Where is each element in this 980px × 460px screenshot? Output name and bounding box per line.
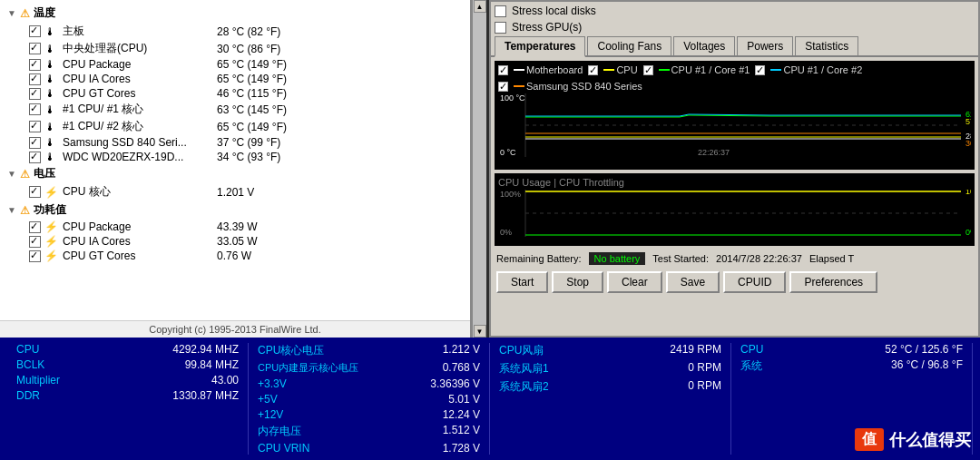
sensor-icon: 🌡 xyxy=(44,87,59,100)
12v-label: +12V xyxy=(258,408,330,421)
scroll-up-button[interactable]: ▲ xyxy=(474,0,486,13)
tab-powers[interactable]: Powers xyxy=(737,36,793,55)
mem-v-label: 内存电压 xyxy=(258,424,330,439)
watermark-text: 什么值得买 xyxy=(889,429,971,451)
svg-text:100%: 100% xyxy=(500,190,521,199)
list-item: 🌡 CPU Package 65 °C (149 °F) xyxy=(0,57,470,72)
checkbox-icon[interactable] xyxy=(29,121,41,132)
cpu-fan-value: 2419 RPM xyxy=(670,343,721,358)
ddr-value: 1330.87 MHZ xyxy=(172,389,239,402)
tab-voltages[interactable]: Voltages xyxy=(673,36,735,55)
cpuid-button[interactable]: CPUID xyxy=(723,271,786,293)
temperature-label: 温度 xyxy=(34,5,55,21)
cpu-usage-title: CPU Usage | CPU Throttling xyxy=(498,177,971,188)
core-v-value: 1.212 V xyxy=(443,343,480,358)
bottom-row: BCLK 99.84 MHZ xyxy=(16,358,239,371)
checkbox-icon[interactable] xyxy=(29,25,41,37)
core-v-label: CPU核心电压 xyxy=(258,343,330,358)
preferences-button[interactable]: Preferences xyxy=(789,271,877,293)
svg-text:100 °C: 100 °C xyxy=(500,93,525,103)
temperature-chart: Motherboard CPU CPU #1 / Core #1 CPU #1 … xyxy=(495,61,975,170)
checkbox-icon[interactable] xyxy=(29,250,41,262)
checkbox-icon[interactable] xyxy=(29,137,41,149)
clear-button[interactable]: Clear xyxy=(607,271,662,293)
scrollbar[interactable]: ▲ ▼ xyxy=(472,0,486,338)
list-item: ⚡ CPU IA Cores 33.05 W xyxy=(0,234,470,249)
tab-cooling-fans[interactable]: Cooling Fans xyxy=(587,36,671,55)
legend-item-core1: CPU #1 / Core #1 xyxy=(643,64,750,75)
tab-statistics[interactable]: Statistics xyxy=(795,36,858,55)
checkbox-icon[interactable] xyxy=(29,152,41,163)
checkbox-icon[interactable] xyxy=(29,43,41,54)
sensor-icon: 🌡 xyxy=(44,58,59,71)
copyright-bar: Copyright (c) 1995-2013 FinalWire Ltd. xyxy=(0,320,470,338)
test-started-label: Test Started: xyxy=(652,253,709,264)
expand-icon[interactable]: ▼ xyxy=(7,205,16,215)
multiplier-label: Multiplier xyxy=(16,374,89,387)
watermark-badge: 值 xyxy=(855,428,884,451)
cpu-temp-value: 52 °C / 125.6 °F xyxy=(885,343,963,356)
sensor-icon: 🌡 xyxy=(44,136,59,149)
bottom-row: CPU内建显示核心电压 0.768 V xyxy=(258,361,480,375)
bottom-row: +3.3V 3.36396 V xyxy=(258,377,480,390)
list-item: 🌡 CPU IA Cores 65 °C (149 °F) xyxy=(0,72,470,86)
info-row: Remaining Battery: No battery Test Start… xyxy=(491,250,978,268)
warning-icon: ⚠ xyxy=(20,204,30,217)
stress-gpu-checkbox[interactable] xyxy=(495,22,506,34)
svg-text:0%: 0% xyxy=(500,228,512,237)
checkbox-icon[interactable] xyxy=(29,59,41,71)
legend-item-cpu: CPU xyxy=(588,64,637,75)
list-item: 🌡 Samsung SSD 840 Seri... 37 °C (99 °F) xyxy=(0,135,470,150)
vrin-label: CPU VRIN xyxy=(258,442,330,455)
list-item: ⚡ CPU Package 43.39 W xyxy=(0,220,470,234)
sys-fan2-label: 系统风扇2 xyxy=(499,379,572,395)
cpu-label: CPU xyxy=(16,343,89,356)
stability-panel: Stress local disks Stress GPU(s) Tempera… xyxy=(489,0,980,338)
cpu-usage-chart: CPU Usage | CPU Throttling 100% 0% 100% … xyxy=(495,173,975,246)
list-item: ⚡ CPU 核心 1.201 V xyxy=(0,183,470,201)
checkbox-icon[interactable] xyxy=(29,88,41,100)
stop-button[interactable]: Stop xyxy=(552,271,603,293)
svg-text:30: 30 xyxy=(965,139,971,148)
mem-v-value: 1.512 V xyxy=(443,424,480,439)
checkbox-icon[interactable] xyxy=(29,236,41,248)
bottom-row: CPU核心电压 1.212 V xyxy=(258,343,480,358)
stress-gpu-label: Stress GPU(s) xyxy=(512,21,582,34)
bclk-value: 99.84 MHZ xyxy=(185,358,239,371)
temperature-section: ▼ ⚠ 温度 xyxy=(0,4,470,23)
expand-icon[interactable]: ▼ xyxy=(7,8,16,18)
igpu-v-label: CPU内建显示核心电压 xyxy=(258,361,358,375)
list-item: 🌡 WDC WD20EZRX-19D... 34 °C (93 °F) xyxy=(0,150,470,164)
stress-local-disks-checkbox[interactable] xyxy=(495,5,506,17)
battery-label: Remaining Battery: xyxy=(496,253,582,264)
cpu-value: 4292.94 MHZ xyxy=(172,343,239,356)
start-button[interactable]: Start xyxy=(496,271,548,293)
sensor-tree: ▼ ⚠ 温度 🌡 主板 28 °C (82 °F) 🌡 中央处理器(CPU) xyxy=(0,0,470,320)
svg-text:22:26:37: 22:26:37 xyxy=(698,148,730,157)
sensor-icon: 🌡 xyxy=(44,73,59,85)
expand-icon[interactable]: ▼ xyxy=(7,169,16,179)
tab-temperatures[interactable]: Temperatures xyxy=(495,36,585,57)
bottom-row: CPU风扇 2419 RPM xyxy=(499,343,721,358)
bottom-row: 系统 36 °C / 96.8 °F xyxy=(740,358,963,374)
temperature-svg: 100 °C 0 °C 62 57 28 30 22:26:37 xyxy=(498,93,971,157)
stress-local-disks-label: Stress local disks xyxy=(512,5,596,17)
legend-item-core2: CPU #1 / Core #2 xyxy=(755,64,862,75)
elapsed-label: Elapsed T xyxy=(809,253,854,264)
sys-fan1-value: 0 RPM xyxy=(688,361,721,377)
scroll-down-button[interactable]: ▼ xyxy=(474,325,486,338)
checkbox-icon[interactable] xyxy=(29,186,41,198)
bottom-row: CPU VRIN 1.728 V xyxy=(258,442,480,455)
checkbox-icon[interactable] xyxy=(29,103,41,115)
list-item: ⚡ CPU GT Cores 0.76 W xyxy=(0,249,470,263)
power-icon: ⚡ xyxy=(44,250,59,262)
svg-text:0%: 0% xyxy=(965,228,971,237)
bottom-row: DDR 1330.87 MHZ xyxy=(16,389,239,402)
list-item: 🌡 主板 28 °C (82 °F) xyxy=(0,23,470,40)
svg-text:100%: 100% xyxy=(965,190,971,196)
checkbox-icon[interactable] xyxy=(29,73,41,85)
save-button[interactable]: Save xyxy=(666,271,720,293)
checkbox-icon[interactable] xyxy=(29,221,41,233)
scroll-track[interactable] xyxy=(473,13,486,325)
sensor-icon: 🌡 xyxy=(44,103,59,116)
